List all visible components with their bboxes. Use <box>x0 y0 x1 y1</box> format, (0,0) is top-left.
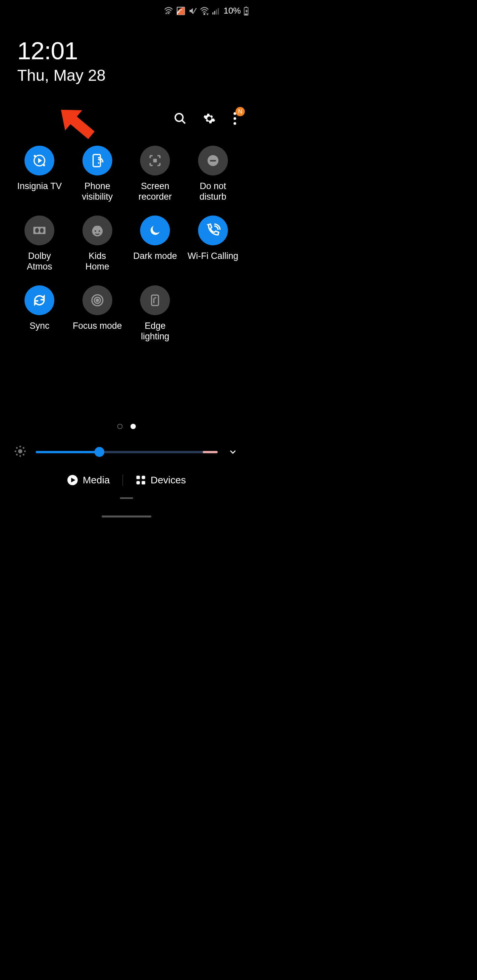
search-icon <box>174 112 187 125</box>
svg-rect-9 <box>245 14 247 15</box>
cast-active-icon <box>176 6 186 16</box>
dolby-icon[interactable] <box>24 216 54 245</box>
nav-gesture-bar[interactable] <box>102 515 152 517</box>
svg-point-36 <box>19 446 21 447</box>
play-circle-icon <box>67 474 78 486</box>
do-not-disturb-icon[interactable] <box>198 146 228 175</box>
svg-point-21 <box>98 162 99 164</box>
battery-charging-icon <box>244 6 249 16</box>
media-button[interactable]: Media <box>67 474 110 486</box>
svg-rect-3 <box>212 12 213 14</box>
tile-label[interactable]: Do not disturb <box>199 181 226 202</box>
tile-label[interactable]: Kids Home <box>85 251 109 272</box>
svg-point-33 <box>96 299 98 301</box>
brightness-expand-button[interactable] <box>227 446 239 458</box>
tile-screen-recorder[interactable]: Screen recorder <box>126 146 184 202</box>
wifi-activity-icon <box>164 6 173 16</box>
tile-label[interactable]: Wi-Fi Calling <box>187 251 238 261</box>
tile-kid-face[interactable]: Kids Home <box>69 216 126 272</box>
battery-percentage: 10% <box>223 6 241 16</box>
target-icon[interactable] <box>83 285 112 315</box>
svg-marker-19 <box>38 158 42 163</box>
svg-point-11 <box>175 114 183 121</box>
date[interactable]: Thu, May 28 <box>17 66 106 84</box>
page-indicator[interactable] <box>0 424 253 429</box>
svg-point-43 <box>23 447 24 448</box>
tile-target[interactable]: Focus mode <box>69 285 126 342</box>
tile-label[interactable]: Focus mode <box>73 320 122 331</box>
svg-point-27 <box>40 228 44 233</box>
search-button[interactable] <box>172 111 188 126</box>
tile-label[interactable]: Insignia TV <box>17 181 62 191</box>
tile-phone-visibility[interactable]: Phone visibility <box>69 146 126 202</box>
brightness-max-zone <box>203 451 218 453</box>
svg-point-26 <box>35 228 39 233</box>
svg-point-15 <box>233 122 236 125</box>
tile-sync[interactable]: Sync <box>11 285 69 342</box>
svg-point-37 <box>19 455 21 457</box>
tile-label[interactable]: Dolby Atmos <box>27 251 52 272</box>
media-label: Media <box>83 474 110 486</box>
brightness-icon <box>14 445 27 459</box>
tile-label[interactable]: Phone visibility <box>82 181 113 202</box>
tile-label[interactable]: Screen recorder <box>139 181 172 202</box>
panel-handle[interactable] <box>120 497 133 499</box>
svg-point-18 <box>43 164 45 166</box>
svg-point-14 <box>233 117 236 120</box>
moon-icon[interactable] <box>140 216 170 245</box>
tile-label[interactable]: Dark mode <box>133 251 177 261</box>
svg-rect-24 <box>210 160 216 162</box>
page-dot-0[interactable] <box>117 424 123 429</box>
svg-marker-10 <box>52 100 100 145</box>
phone-visibility-icon[interactable] <box>83 146 112 175</box>
brightness-slider[interactable] <box>36 451 218 453</box>
devices-button[interactable]: Devices <box>136 474 186 486</box>
svg-rect-46 <box>136 476 140 479</box>
mute-icon <box>188 6 197 15</box>
svg-point-38 <box>15 450 16 452</box>
svg-rect-34 <box>152 295 159 305</box>
svg-point-35 <box>18 449 22 453</box>
screen-recorder-icon[interactable] <box>140 146 170 175</box>
notification-badge: N <box>236 107 245 116</box>
brightness-fill <box>36 451 99 453</box>
svg-rect-8 <box>246 6 247 7</box>
brightness-thumb[interactable] <box>94 447 104 457</box>
svg-line-1 <box>193 8 196 14</box>
qs-toolbar: N <box>172 111 239 126</box>
annotation-arrow-icon <box>50 96 103 149</box>
cast-play-icon[interactable] <box>24 146 54 175</box>
page-dot-1[interactable] <box>131 424 136 429</box>
tile-do-not-disturb[interactable]: Do not disturb <box>184 146 242 202</box>
svg-rect-48 <box>136 481 140 485</box>
tile-cast-play[interactable]: Insignia TV <box>11 146 69 202</box>
svg-point-42 <box>16 454 17 455</box>
tile-label[interactable]: Edge lighting <box>141 320 169 342</box>
wifi-calling-icon[interactable] <box>198 216 228 245</box>
svg-rect-47 <box>142 476 145 479</box>
more-button[interactable]: N <box>231 111 239 126</box>
brightness-row <box>14 440 239 463</box>
svg-point-41 <box>23 454 24 455</box>
gear-icon <box>203 112 215 125</box>
devices-label: Devices <box>151 474 186 486</box>
tile-wifi-calling[interactable]: Wi-Fi Calling <box>184 216 242 272</box>
tile-moon[interactable]: Dark mode <box>126 216 184 272</box>
devices-grid-icon <box>136 475 146 485</box>
svg-point-29 <box>94 230 96 232</box>
clock[interactable]: 12:01 <box>17 37 78 65</box>
svg-point-40 <box>16 447 17 448</box>
tile-edge-lighting[interactable]: Edge lighting <box>126 285 184 342</box>
tile-label[interactable]: Sync <box>29 320 49 331</box>
wifi-icon <box>200 6 209 16</box>
settings-button[interactable] <box>202 111 217 126</box>
edge-lighting-icon[interactable] <box>140 285 170 315</box>
divider <box>123 474 123 486</box>
cell-signal-icon <box>212 6 220 15</box>
svg-point-30 <box>98 230 100 232</box>
kid-face-icon[interactable] <box>83 216 112 245</box>
quick-settings-panel: 10% 12:01 Thu, May 28 N Insignia TVPhone… <box>0 0 253 519</box>
svg-rect-20 <box>93 154 101 167</box>
sync-icon[interactable] <box>24 285 54 315</box>
tile-dolby[interactable]: Dolby Atmos <box>11 216 69 272</box>
